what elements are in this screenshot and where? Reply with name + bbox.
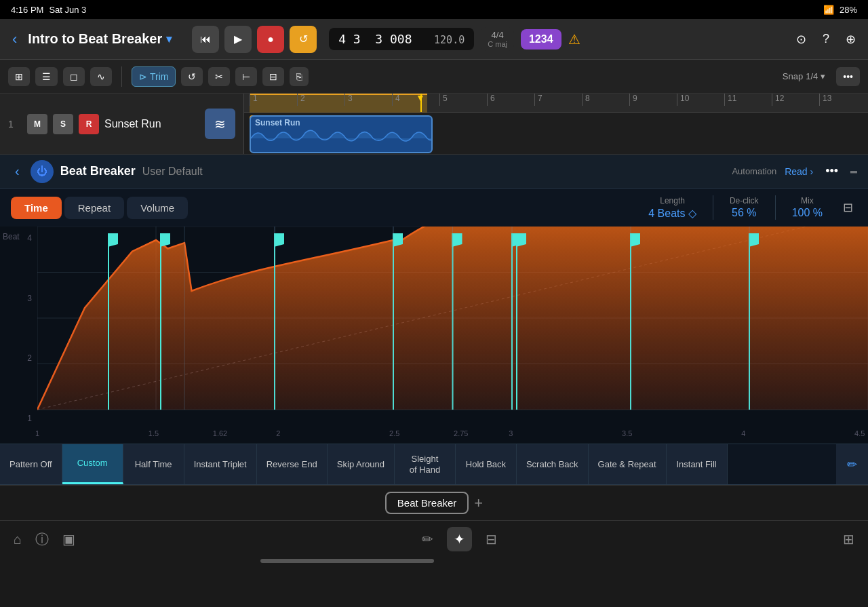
ruler-mark-11: 11 [724, 94, 736, 106]
toolbar-right: ⊙ ? ⊕ [792, 28, 860, 51]
instant-triplet-pattern-button[interactable]: Instant Triplet [184, 444, 257, 484]
snap-chevron[interactable]: ▾ [821, 71, 825, 81]
playhead[interactable] [420, 94, 422, 112]
gate-repeat-pattern-button[interactable]: Gate & Repeat [589, 444, 667, 484]
x-axis: 1 1.5 1.62 2 2.5 2.75 3 3.5 4 4.5 [37, 423, 868, 444]
track-area: 1 M S R Sunset Run ≋ 1 2 3 4 5 6 7 8 9 1… [0, 94, 868, 155]
record-button[interactable]: ● [257, 26, 284, 53]
pattern-off-button[interactable]: Pattern Off [0, 444, 62, 484]
power-icon: ⏻ [37, 165, 47, 178]
plugin-name: Beat Breaker [60, 164, 136, 178]
bottom-left-controls: ⌂ ⓘ ▣ [14, 530, 75, 549]
custom-pattern-button[interactable]: Custom [62, 444, 123, 484]
reverse-end-pattern-button[interactable]: Reverse End [257, 444, 328, 484]
bottom-tab-bar: Beat Breaker + [0, 485, 868, 520]
library-button[interactable]: ▣ [62, 530, 75, 549]
rec-button[interactable]: R [79, 114, 99, 134]
pen-button[interactable]: ✏ [422, 527, 433, 551]
plugin-back-button[interactable]: ‹ [11, 159, 24, 183]
scissors-button[interactable]: ✂ [208, 67, 230, 86]
copy-button[interactable]: ⎘ [290, 67, 309, 86]
info-button[interactable]: ⓘ [35, 530, 49, 549]
skip-around-pattern-button[interactable]: Skip Around [328, 444, 395, 484]
beat-graph[interactable]: Beat 4 3 2 1 1 1.5 1.62 2 2.5 2.75 3 3.5… [0, 227, 868, 444]
transport-controls: ⏮ ▶ ● ↺ [192, 26, 317, 53]
top-toolbar: ‹ Intro to Beat Breaker ▾ ⏮ ▶ ● ↺ 4 3 3 … [0, 19, 868, 60]
trim-label: Trim [150, 71, 168, 82]
mute-button[interactable]: M [27, 114, 47, 134]
back-button[interactable]: ‹ [8, 26, 21, 52]
solo-button[interactable]: S [53, 114, 73, 134]
automation-chevron: › [810, 166, 814, 177]
declick-label: De-click [730, 196, 759, 205]
length-control: Length 4 Beats ◇ [648, 196, 696, 220]
skip-back-button[interactable]: ⏮ [192, 26, 219, 53]
home-button[interactable]: ⌂ [14, 530, 22, 549]
key-text: C maj [488, 40, 507, 48]
ruler-mark-8: 8 [582, 94, 590, 106]
metro-button[interactable]: ⊞ [843, 531, 854, 547]
add-plugin-button[interactable]: + [474, 494, 483, 512]
snap-value: 1/4 [806, 71, 818, 81]
grid-view-button[interactable]: ⊞ [8, 67, 30, 86]
window-view-button[interactable]: ◻ [63, 67, 85, 86]
more-button[interactable]: ⊕ [842, 28, 860, 51]
ruler-mark-13: 13 [819, 94, 831, 106]
x-tick-4-5: 4.5 [854, 429, 865, 437]
warning-icon: ⚠ [568, 31, 580, 47]
sleight-of-hand-pattern-button[interactable]: Sleightof Hand [395, 444, 456, 484]
timeline-area: 1 2 3 4 5 6 7 8 9 10 11 12 13 Sunset Run [244, 94, 868, 154]
mix-value[interactable]: 100 % [792, 207, 823, 219]
multi-button[interactable]: ⊟ [262, 67, 284, 86]
half-time-pattern-button[interactable]: Half Time [123, 444, 184, 484]
curve-button[interactable]: ∿ [90, 67, 112, 86]
list-view-button[interactable]: ☰ [35, 67, 58, 86]
status-left: 4:16 PM Sat Jun 3 [11, 5, 86, 15]
status-time: 4:16 PM [11, 5, 43, 15]
pattern-edit-button[interactable]: ✏ [836, 444, 868, 484]
beat-canvas[interactable] [37, 227, 868, 423]
loop-button[interactable]: ↺ [290, 26, 317, 53]
automation-value[interactable]: Read › [785, 166, 813, 177]
title-dropdown-icon[interactable]: ▾ [166, 33, 172, 45]
ruler-mark-3: 3 [344, 94, 392, 106]
snap-display: Snap 1/4 ▾ [783, 71, 825, 81]
mix-icon-button[interactable]: ⊟ [839, 196, 857, 219]
audio-clip[interactable]: Sunset Run [250, 115, 433, 153]
hold-back-pattern-button[interactable]: Hold Back [456, 444, 517, 484]
instant-fill-pattern-button[interactable]: Instant Fill [667, 444, 728, 484]
split-button[interactable]: ⊢ [235, 67, 257, 86]
glow-button[interactable]: ✦ [447, 527, 472, 551]
status-right: 📶 28% [823, 5, 857, 15]
repeat-tab[interactable]: Repeat [64, 197, 124, 219]
x-tick-3: 3 [509, 429, 513, 437]
track-header: 1 M S R Sunset Run ≋ [0, 94, 244, 154]
mix-label: Mix [801, 196, 814, 205]
x-tick-4: 4 [741, 429, 745, 437]
length-value[interactable]: 4 Beats ◇ [648, 207, 696, 220]
song-title-area: Intro to Beat Breaker ▾ [28, 31, 172, 47]
scratch-back-pattern-button[interactable]: Scratch Back [517, 444, 589, 484]
loop-tool-button[interactable]: ↺ [181, 67, 203, 86]
plugin-more-button[interactable]: ••• [821, 160, 842, 182]
plugin-power-button[interactable]: ⏻ [31, 160, 54, 183]
time-tab[interactable]: Time [11, 197, 62, 219]
key-display[interactable]: 1234 [521, 29, 561, 50]
ruler-mark-12: 12 [772, 94, 784, 106]
declick-value[interactable]: 56 % [732, 207, 756, 219]
help-button[interactable]: ? [818, 28, 833, 50]
airplay-button[interactable]: ⊙ [792, 28, 810, 51]
trim-button[interactable]: ⊳ Trim [132, 66, 176, 87]
secondary-more-button[interactable]: ••• [836, 67, 860, 86]
waveform-svg [251, 125, 433, 152]
beat-breaker-tab[interactable]: Beat Breaker [385, 492, 469, 514]
wifi-icon: 📶 [823, 5, 834, 15]
plugin-section: ‹ ⏻ Beat Breaker User Default Automation… [0, 155, 868, 485]
volume-tab[interactable]: Volume [127, 197, 188, 219]
scrollbar-thumb[interactable] [260, 559, 434, 563]
ruler-mark-10: 10 [677, 94, 689, 106]
length-label: Length [660, 196, 685, 205]
ruler-mark-5: 5 [439, 94, 448, 106]
play-button[interactable]: ▶ [224, 26, 252, 53]
mixer-button[interactable]: ⊟ [486, 527, 497, 551]
